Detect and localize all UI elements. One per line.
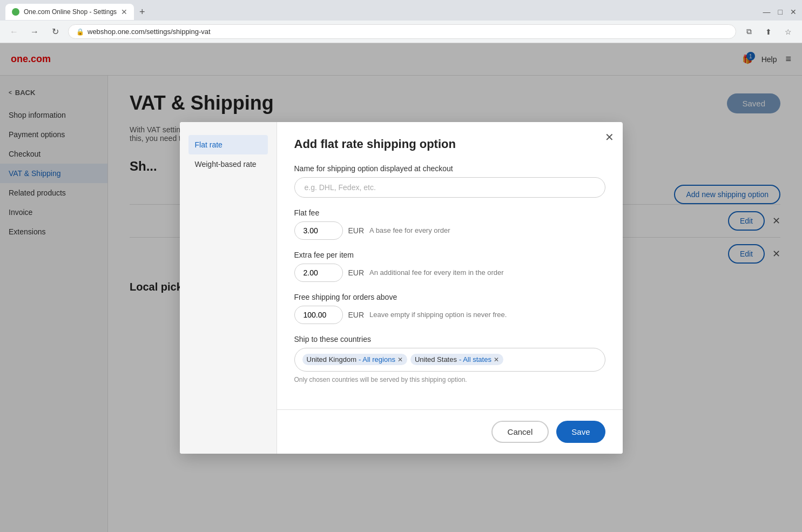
country-tag-uk: United Kingdom - All regions ✕ xyxy=(302,354,407,365)
tab-title: One.com Online Shop - Settings xyxy=(24,8,117,16)
country-tag-us-sub: - All states xyxy=(459,355,491,363)
modal-footer: Cancel Save xyxy=(277,409,623,454)
modal-overlay: Flat rate Weight-based rate ✕ Add flat r… xyxy=(0,43,802,532)
country-tag-uk-sub: - All regions xyxy=(359,355,395,363)
modal-main: ✕ Add flat rate shipping option Name for… xyxy=(277,122,623,409)
flat-rate-label: Flat rate xyxy=(195,140,223,149)
country-tag-us-name: United States xyxy=(415,355,457,363)
flat-fee-input[interactable] xyxy=(294,221,343,240)
free-shipping-label: Free shipping for orders above xyxy=(294,293,605,301)
modal-body-wrap: ✕ Add flat rate shipping option Name for… xyxy=(277,122,623,454)
free-shipping-form-group: Free shipping for orders above EUR Leave… xyxy=(294,293,605,324)
country-tag-uk-name: United Kingdom xyxy=(307,355,357,363)
tab-close-icon[interactable]: ✕ xyxy=(121,8,127,16)
extra-fee-row: EUR An additional fee for every item in … xyxy=(294,264,605,282)
countries-form-group: Ship to these countries United Kingdom -… xyxy=(294,335,605,383)
address-bar[interactable]: 🔒 webshop.one.com/settings/shipping-vat xyxy=(68,24,736,39)
extra-fee-desc: An additional fee for every item in the … xyxy=(369,268,504,277)
close-icon[interactable]: ✕ xyxy=(790,8,797,16)
flat-fee-desc: A base fee for every order xyxy=(369,226,450,234)
countries-hint: Only chosen countries will be served by … xyxy=(294,376,605,383)
extra-fee-currency: EUR xyxy=(348,268,365,277)
back-button[interactable]: ← xyxy=(6,24,22,39)
bookmark-icon[interactable]: ☆ xyxy=(780,24,796,39)
cancel-button[interactable]: Cancel xyxy=(491,421,549,443)
cast-icon[interactable]: ⧉ xyxy=(742,24,757,39)
country-tag-us: United States - All states ✕ xyxy=(410,354,503,365)
name-form-group: Name for shipping option displayed at ch… xyxy=(294,164,605,198)
flat-fee-row: EUR A base fee for every order xyxy=(294,221,605,240)
countries-input[interactable]: United Kingdom - All regions ✕ United St… xyxy=(294,348,605,372)
countries-label: Ship to these countries xyxy=(294,335,605,344)
minimize-icon[interactable]: — xyxy=(763,8,771,16)
browser-toolbar: ← → ↻ 🔒 webshop.one.com/settings/shippin… xyxy=(0,21,802,43)
browser-action-icons: ⧉ ⬆ ☆ xyxy=(742,24,796,39)
modal-sidebar-weight-based[interactable]: Weight-based rate xyxy=(188,154,268,174)
save-button[interactable]: Save xyxy=(556,421,605,443)
browser-chrome: One.com Online Shop - Settings ✕ + — □ ✕… xyxy=(0,0,802,43)
modal-close-button[interactable]: ✕ xyxy=(605,131,614,144)
free-shipping-row: EUR Leave empty if shipping option is ne… xyxy=(294,306,605,324)
lock-icon: 🔒 xyxy=(76,28,84,36)
modal-sidebar: Flat rate Weight-based rate xyxy=(180,122,277,454)
name-input[interactable] xyxy=(294,177,605,198)
url-text: webshop.one.com/settings/shipping-vat xyxy=(87,28,211,36)
flat-fee-currency: EUR xyxy=(348,226,365,235)
country-tag-uk-close[interactable]: ✕ xyxy=(397,356,403,363)
new-tab-button[interactable]: + xyxy=(134,6,151,18)
modal-sidebar-flat-rate[interactable]: Flat rate xyxy=(188,135,268,154)
browser-titlebar: One.com Online Shop - Settings ✕ + — □ ✕ xyxy=(0,0,802,21)
window-controls: — □ ✕ xyxy=(763,8,797,16)
weight-based-label: Weight-based rate xyxy=(195,160,257,169)
forward-button[interactable]: → xyxy=(27,24,42,39)
flat-fee-label: Flat fee xyxy=(294,208,605,217)
modal: Flat rate Weight-based rate ✕ Add flat r… xyxy=(180,122,623,454)
browser-tab[interactable]: One.com Online Shop - Settings ✕ xyxy=(5,4,134,20)
flat-fee-form-group: Flat fee EUR A base fee for every order xyxy=(294,208,605,240)
share-icon[interactable]: ⬆ xyxy=(761,24,776,39)
country-tag-us-close[interactable]: ✕ xyxy=(494,356,499,363)
modal-title: Add flat rate shipping option xyxy=(294,137,605,151)
extra-fee-input[interactable] xyxy=(294,264,343,282)
refresh-button[interactable]: ↻ xyxy=(48,24,63,39)
maximize-icon[interactable]: □ xyxy=(778,8,783,16)
tab-favicon xyxy=(12,8,19,16)
free-shipping-placeholder-text: Leave empty if shipping option is never … xyxy=(369,311,507,319)
free-shipping-input[interactable] xyxy=(294,306,343,324)
extra-fee-form-group: Extra fee per item EUR An additional fee… xyxy=(294,251,605,282)
name-label: Name for shipping option displayed at ch… xyxy=(294,164,605,173)
extra-fee-label: Extra fee per item xyxy=(294,251,605,259)
free-shipping-currency: EUR xyxy=(348,311,365,319)
